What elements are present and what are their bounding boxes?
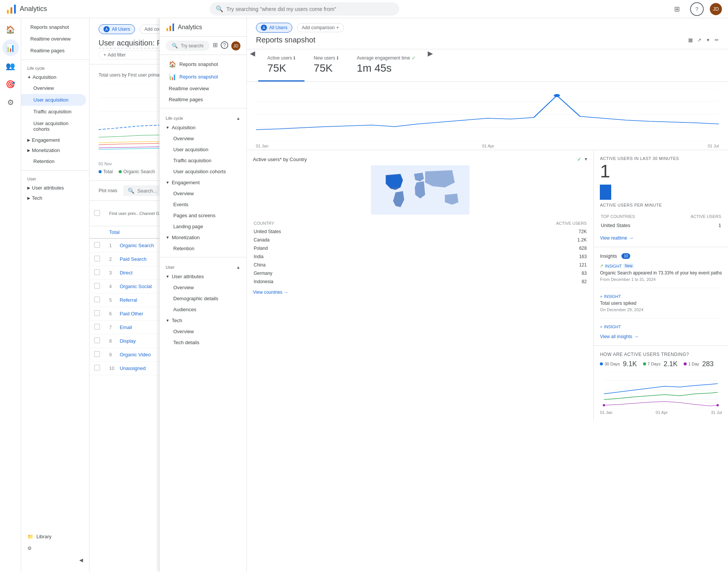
- sidebar-bottom: 📁 Library ⚙ ◀: [21, 528, 89, 569]
- sp-acquisition-expand[interactable]: ▼ Acquisition: [160, 122, 246, 133]
- help-icon-button[interactable]: ?: [690, 2, 704, 16]
- country-row: United States72K: [254, 228, 587, 235]
- snapshot-segment-row: A All Users Add comparison +: [256, 23, 719, 33]
- row-7-checkbox[interactable]: [94, 324, 100, 330]
- view-realtime-link[interactable]: View realtime →: [600, 235, 722, 241]
- engagement-expand[interactable]: ▶ Engagement: [21, 135, 89, 145]
- sidebar-item-realtime-overview[interactable]: Realtime overview: [21, 33, 86, 45]
- sp-item-reports-snapshot[interactable]: 🏠 Reports snapshot: [160, 58, 246, 71]
- snapshot-bookmark-icon[interactable]: ✦: [706, 37, 710, 43]
- sp-item-acq-overview[interactable]: Overview: [160, 133, 246, 144]
- sp-item-realtime-pages[interactable]: Realtime pages: [160, 94, 246, 105]
- tc-au-col-header: ACTIVE USERS: [665, 213, 721, 220]
- metric-check-icon: ✓: [412, 55, 416, 61]
- sp-item-retention[interactable]: Retention: [160, 243, 246, 254]
- rail-people-icon[interactable]: 👥: [2, 58, 19, 74]
- view-countries-link[interactable]: View countries →: [253, 289, 587, 295]
- sp-item-audiences[interactable]: Audiences: [160, 304, 246, 315]
- sp-item-demographic[interactable]: Demographic details: [160, 293, 246, 304]
- insights-panel: Insights 10 ↗ INSIGHT New Organic Search…: [594, 247, 728, 346]
- tc-us-value: 1: [665, 221, 721, 230]
- metric-card-active-users[interactable]: Active users ℹ 75K: [258, 49, 304, 81]
- trending-7d-dot: [643, 362, 646, 365]
- metrics-next-arrow[interactable]: ▶: [425, 49, 436, 81]
- sidebar-item-retention[interactable]: Retention: [21, 155, 86, 167]
- row-9-checkbox[interactable]: [94, 351, 100, 357]
- sp-user-arrow[interactable]: ▲: [236, 265, 240, 270]
- sp-user-attr-expand[interactable]: ▼ User attributes: [160, 271, 246, 282]
- second-search-input[interactable]: [181, 43, 204, 49]
- rail-home-icon[interactable]: 🏠: [2, 21, 19, 38]
- legend-dot-total: [99, 170, 102, 173]
- snapshot-share-icon[interactable]: ↗: [697, 37, 701, 43]
- sp-item-tech-overview[interactable]: Overview: [160, 326, 246, 337]
- sidebar-item-user-acquisition-cohorts[interactable]: User acquisition cohorts: [21, 118, 86, 135]
- row-5-checkbox[interactable]: [94, 296, 100, 302]
- user-attributes-expand[interactable]: ▶ User attributes: [21, 183, 89, 193]
- sidebar-item-traffic-acquisition[interactable]: Traffic acquisition: [21, 106, 86, 118]
- sidebar-settings-icon[interactable]: ⚙: [21, 542, 89, 554]
- rail-settings-rail-icon[interactable]: ⚙: [2, 94, 19, 111]
- map-dropdown-icon[interactable]: ▾: [585, 156, 587, 162]
- sp-item-user-acq[interactable]: User acquisition: [160, 144, 246, 155]
- sp-item-ua-overview[interactable]: Overview: [160, 282, 246, 293]
- sp-item-pages-screens[interactable]: Pages and screens: [160, 210, 246, 221]
- metric-card-new-users[interactable]: New users ℹ 75K: [304, 49, 348, 81]
- sp-item-tech-details[interactable]: Tech details: [160, 337, 246, 348]
- plot-rows-button[interactable]: Plot rows: [99, 188, 117, 193]
- snapshot-edit-icon[interactable]: ✏: [715, 37, 719, 43]
- sp-item-reports-snapshot-active[interactable]: 📊 Reports snapshot: [160, 71, 246, 83]
- sidebar-item-realtime-pages[interactable]: Realtime pages: [21, 45, 86, 56]
- sp-lifecycle-arrow[interactable]: ▲: [236, 116, 240, 121]
- sidebar-collapse-button[interactable]: ◀: [21, 554, 89, 566]
- snapshot-chart-icon[interactable]: ▦: [688, 37, 693, 43]
- row-10-checkbox[interactable]: [94, 365, 100, 371]
- sp-item-landing-page[interactable]: Landing page: [160, 221, 246, 232]
- all-users-chip[interactable]: A All Users: [99, 24, 135, 34]
- avatar[interactable]: JD: [710, 3, 722, 15]
- user-acquisition-label: User acquisition: [33, 97, 69, 103]
- acquisition-expand[interactable]: ▼ Acquisition: [21, 72, 89, 82]
- second-avatar[interactable]: JD: [231, 41, 240, 50]
- sp-engagement-expand[interactable]: ▼ Engagement: [160, 177, 246, 188]
- sidebar-item-overview[interactable]: Overview: [21, 82, 86, 94]
- insights-title: Insights: [600, 253, 617, 259]
- second-help-icon[interactable]: ?: [221, 41, 228, 49]
- second-nav-icons: ⊞ ? JD: [213, 41, 240, 50]
- snapshot-segment-chip[interactable]: A All Users: [256, 23, 292, 33]
- search-input[interactable]: [226, 6, 393, 12]
- sp-tech-expand[interactable]: ▼ Tech: [160, 315, 246, 326]
- row-1-checkbox[interactable]: [94, 242, 100, 248]
- sidebar-item-user-acquisition[interactable]: User acquisition: [21, 94, 86, 106]
- snapshot-add-comparison[interactable]: Add comparison +: [297, 23, 344, 32]
- search-bar[interactable]: 🔍: [210, 2, 399, 16]
- second-grid-icon[interactable]: ⊞: [213, 41, 218, 50]
- metric-card-avg-engagement[interactable]: Average engagement time ✓ 1m 45s: [348, 49, 425, 81]
- sp-monetization-expand[interactable]: ▼ Monetization: [160, 232, 246, 243]
- tech-expand[interactable]: ▶ Tech: [21, 193, 89, 203]
- second-search-bar[interactable]: 🔍: [166, 41, 210, 51]
- metrics-prev-arrow[interactable]: ◀: [247, 49, 258, 81]
- traffic-acquisition-label: Traffic acquisition: [33, 109, 71, 114]
- checkbox-header[interactable]: [89, 201, 105, 226]
- trending-legend: 30 Days 9.1K 7 Days 2.1K 1 Day: [600, 360, 722, 368]
- rail-chart-icon[interactable]: 📊: [2, 39, 19, 56]
- monetization-expand[interactable]: ▶ Monetization: [21, 145, 89, 155]
- second-logo-row: Analytics: [160, 18, 246, 37]
- metric-label-active-users: Active users ℹ: [267, 55, 295, 61]
- sp-item-eng-overview[interactable]: Overview: [160, 188, 246, 199]
- sp-item-events[interactable]: Events: [160, 199, 246, 210]
- rail-target-icon[interactable]: 🎯: [2, 76, 19, 92]
- sp-item-traffic-acq[interactable]: Traffic acquisition: [160, 155, 246, 166]
- row-8-checkbox[interactable]: [94, 337, 100, 343]
- row-4-checkbox[interactable]: [94, 283, 100, 289]
- row-6-checkbox[interactable]: [94, 310, 100, 316]
- row-3-checkbox[interactable]: [94, 269, 100, 275]
- sidebar-library[interactable]: 📁 Library: [21, 531, 89, 542]
- sidebar-item-reports-snapshot[interactable]: Reports snapshot: [21, 21, 86, 33]
- sp-item-realtime-overview[interactable]: Realtime overview: [160, 83, 246, 94]
- sp-item-user-acq-cohorts[interactable]: User acquisition cohorts: [160, 166, 246, 177]
- view-all-insights-link[interactable]: View all insights →: [600, 334, 722, 339]
- row-2-checkbox[interactable]: [94, 255, 100, 262]
- grid-icon-button[interactable]: ⊞: [670, 2, 684, 16]
